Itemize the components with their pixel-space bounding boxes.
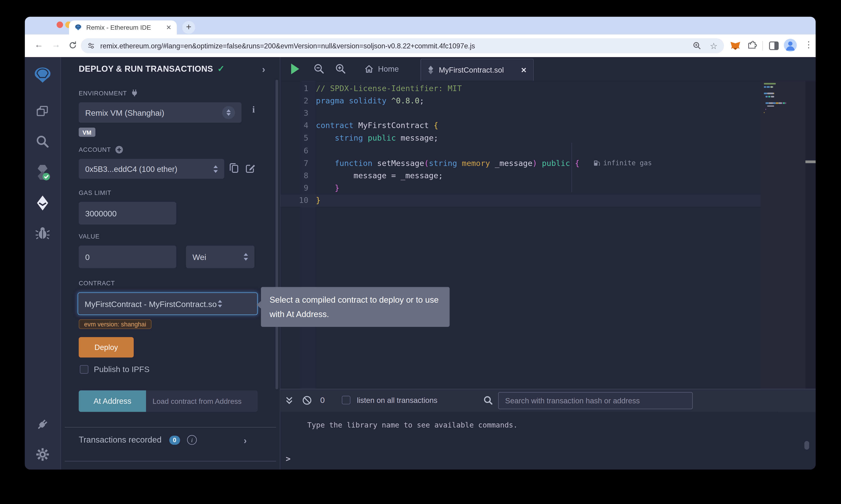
- screen: Remix - Ethereum IDE ✕ + ← → remix.ether…: [0, 0, 841, 504]
- environment-plug-icon[interactable]: [131, 89, 139, 97]
- tab-close-icon[interactable]: ✕: [166, 24, 171, 31]
- solidity-file-icon: [428, 66, 434, 74]
- deploy-button[interactable]: Deploy: [79, 337, 134, 358]
- site-settings-icon[interactable]: [87, 42, 95, 50]
- bookmark-star-icon[interactable]: ☆: [710, 41, 718, 51]
- gas-pump-icon: [594, 160, 600, 167]
- code-text: // SPDX-License-Identifier: MIT: [316, 84, 462, 92]
- code-line[interactable]: 1// SPDX-License-Identifier: MIT: [280, 82, 815, 94]
- at-address-group: At Address: [79, 390, 258, 412]
- terminal-panel: 0 listen on all transactions Type the li…: [280, 389, 816, 470]
- side-panel-icon[interactable]: [769, 41, 779, 51]
- home-icon: [364, 65, 374, 73]
- url-text[interactable]: remix.ethereum.org/#lang=en&optimize=fal…: [100, 42, 693, 50]
- extensions-puzzle-icon[interactable]: [747, 41, 758, 51]
- remix-logo-icon[interactable]: [25, 67, 61, 84]
- environment-select-arrows-icon: [222, 106, 235, 119]
- close-window-button[interactable]: [57, 21, 63, 28]
- minimap-line: [764, 109, 804, 110]
- expand-terminal-icon[interactable]: [285, 396, 294, 406]
- icon-sidebar: [25, 57, 61, 470]
- panel-divider-bottom: [65, 461, 276, 461]
- transactions-recorded-row: Transactions recorded 0 i: [79, 435, 197, 445]
- listen-transactions-row: listen on all transactions: [342, 396, 437, 404]
- value-unit-select[interactable]: Wei: [186, 246, 255, 268]
- terminal-prompt[interactable]: >: [286, 454, 290, 464]
- metamask-extension-icon[interactable]: [730, 41, 741, 51]
- panel-collapse-chevron-icon[interactable]: ›: [262, 64, 265, 75]
- minimap-line: [764, 86, 804, 87]
- transactions-expand-chevron-icon[interactable]: ›: [244, 435, 246, 446]
- browser-menu-icon[interactable]: ⋮: [804, 39, 813, 50]
- code-line[interactable]: 4contract MyFirstContract {: [280, 120, 815, 132]
- code-line[interactable]: 9 }: [280, 182, 815, 194]
- search-icon[interactable]: [25, 135, 61, 149]
- code-text: }: [316, 196, 321, 205]
- value-label: VALUE: [79, 233, 100, 239]
- environment-label: ENVIRONMENT: [79, 89, 139, 97]
- terminal-scrollbar-thumb[interactable]: [804, 441, 809, 450]
- at-address-input[interactable]: [146, 390, 258, 412]
- code-line[interactable]: 3: [280, 107, 815, 120]
- close-file-tab-icon[interactable]: ✕: [521, 66, 527, 74]
- environment-select[interactable]: Remix VM (Shanghai): [79, 102, 241, 123]
- code-text: contract MyFirstContract {: [316, 121, 438, 130]
- code-line[interactable]: 5 string public message;: [280, 132, 815, 144]
- code-line[interactable]: 7 function setMessage(string memory _mes…: [280, 157, 815, 169]
- evm-version-badge: evm version: shanghai: [79, 319, 152, 329]
- publish-ipfs-label: Publish to IPFS: [94, 364, 150, 374]
- add-account-icon[interactable]: [115, 145, 123, 154]
- code-line[interactable]: 2pragma solidity ^0.8.0;: [280, 94, 815, 107]
- profile-avatar[interactable]: [784, 39, 797, 52]
- line-number: 4: [280, 121, 309, 130]
- terminal-search-input[interactable]: [498, 392, 693, 409]
- settings-gear-icon[interactable]: [25, 447, 61, 462]
- account-select[interactable]: 0x5B3...eddC4 (100 ether): [79, 159, 224, 179]
- plugin-manager-icon[interactable]: [25, 417, 61, 432]
- code-line[interactable]: 8 message = _message;: [280, 169, 815, 182]
- edit-account-icon[interactable]: [245, 163, 256, 173]
- reload-icon[interactable]: [68, 40, 78, 50]
- file-explorer-icon[interactable]: [25, 105, 61, 119]
- zoom-in-icon[interactable]: [335, 64, 346, 74]
- new-tab-button[interactable]: +: [182, 21, 195, 34]
- code-line[interactable]: 6: [280, 144, 815, 157]
- clear-console-icon[interactable]: [302, 395, 312, 406]
- publish-ipfs-checkbox[interactable]: [80, 365, 88, 374]
- back-icon[interactable]: ←: [35, 40, 43, 50]
- tab-home[interactable]: Home: [356, 57, 408, 81]
- remix-favicon: [74, 24, 82, 31]
- code-editor[interactable]: 1// SPDX-License-Identifier: MIT2pragma …: [280, 81, 816, 389]
- editor-scrollbar-thumb[interactable]: [805, 160, 816, 163]
- forward-icon[interactable]: →: [52, 40, 60, 50]
- url-bar[interactable]: remix.ethereum.org/#lang=en&optimize=fal…: [81, 38, 724, 53]
- panel-divider: [65, 427, 276, 428]
- code-line[interactable]: 10}: [280, 194, 806, 207]
- zoom-page-icon[interactable]: [692, 41, 701, 50]
- zoom-out-icon[interactable]: [314, 64, 325, 74]
- editor-scrollbar-track[interactable]: [805, 81, 816, 389]
- transactions-info-icon[interactable]: i: [187, 435, 197, 445]
- minimap-column[interactable]: [761, 81, 806, 389]
- listen-transactions-checkbox[interactable]: [342, 396, 350, 404]
- deploy-run-icon[interactable]: [25, 195, 61, 211]
- contract-select-arrows-icon: [218, 300, 222, 307]
- minimap-content: [764, 83, 804, 115]
- copy-account-icon[interactable]: [228, 162, 239, 174]
- vm-badge: VM: [79, 128, 95, 137]
- debugger-icon[interactable]: [25, 226, 61, 240]
- terminal-help-text: Type the library name to see available c…: [307, 420, 518, 429]
- at-address-button[interactable]: At Address: [79, 390, 146, 412]
- browser-window: Remix - Ethereum IDE ✕ + ← → remix.ether…: [25, 17, 816, 470]
- solidity-compiler-icon[interactable]: [25, 164, 61, 181]
- panel-scrollbar[interactable]: [275, 80, 278, 389]
- deploy-run-panel: DEPLOY & RUN TRANSACTIONS✓ › ENVIRONMENT…: [60, 57, 280, 470]
- gas-limit-input[interactable]: [79, 202, 176, 224]
- tab-myfirstcontract[interactable]: MyFirstContract.sol ✕: [420, 59, 534, 81]
- run-script-play-icon[interactable]: [291, 64, 299, 74]
- line-number: 5: [280, 134, 309, 142]
- contract-select[interactable]: MyFirstContract - MyFirstContract.so: [78, 292, 258, 315]
- value-input[interactable]: [79, 246, 176, 268]
- browser-tab[interactable]: Remix - Ethereum IDE ✕: [69, 20, 177, 34]
- environment-info-icon[interactable]: i: [252, 105, 255, 115]
